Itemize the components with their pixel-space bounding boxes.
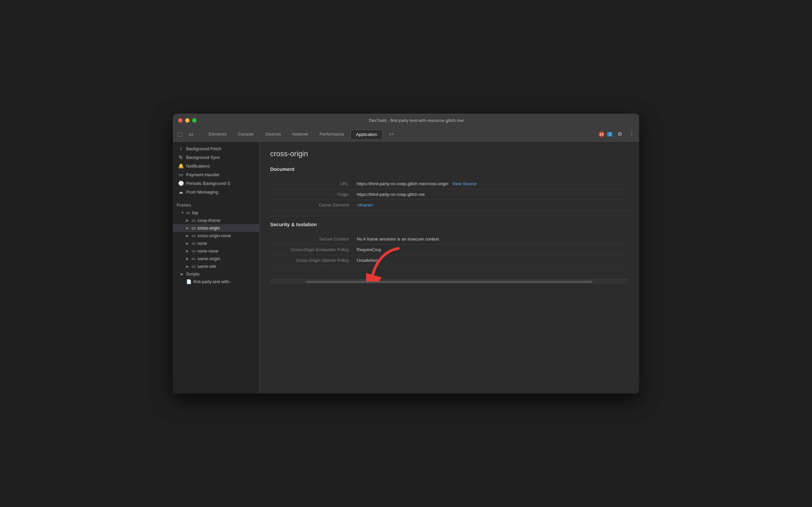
info-row-coop: Cross-Origin Opener Policy UnsafeNone [270, 255, 629, 266]
close-button[interactable] [178, 118, 182, 123]
tab-application[interactable]: Application [350, 129, 383, 139]
frames-top[interactable]: ▼ ▭ top [173, 209, 259, 217]
tab-console[interactable]: Console [232, 129, 259, 138]
tab-network[interactable]: Network [287, 129, 314, 138]
warning-count-badge[interactable]: 2 [607, 132, 613, 136]
scrollbar-thumb[interactable] [306, 281, 593, 283]
coop-label: Cross-Origin Opener Policy [270, 258, 357, 263]
main-content: cross-origin Document URL https://third-… [259, 142, 639, 393]
view-source-link[interactable]: View Source [452, 181, 477, 186]
frame-coop-iframe[interactable]: ▶ ▭ coop-iframe [173, 217, 259, 224]
section-divider [270, 216, 629, 216]
error-count-badge[interactable]: 13 [598, 131, 604, 137]
toolbar-icons-group: ⬚ ▭ [176, 129, 200, 139]
origin-text: https://third-party-no-coep.glitch.me [357, 192, 425, 197]
title-bar: DevTools - first-party-test-with-resourc… [173, 114, 639, 127]
frame-folder-icon: ▭ [191, 241, 195, 246]
tab-elements[interactable]: Elements [203, 129, 232, 138]
sidebar-label-periodic-background: Periodic Background S [186, 181, 230, 186]
frame-folder-icon: ▭ [186, 210, 190, 215]
chevron-right-icon: ▶ [186, 241, 189, 245]
origin-value: https://third-party-no-coep.glitch.me [357, 192, 425, 197]
chevron-right-icon: ▶ [186, 249, 189, 253]
sidebar-label-background-sync: Background Sync [186, 155, 220, 160]
devtools-window: DevTools - first-party-test-with-resourc… [173, 114, 639, 393]
sidebar-label-notifications: Notifications [186, 164, 210, 169]
device-icon[interactable]: ▭ [186, 129, 195, 139]
frame-cross-origin-label: cross-origin [197, 226, 220, 230]
frame-folder-icon: ▭ [191, 256, 195, 261]
more-options-icon[interactable]: ⋮ [627, 129, 636, 139]
scripts-label: Scripts [186, 272, 199, 277]
sidebar: ↕ Background Fetch ↻ Background Sync 🔔 N… [173, 142, 259, 393]
chevron-right-icon: ▶ [186, 257, 189, 261]
secure-context-label: Secure Context [270, 236, 357, 241]
frames-section-header: Frames [173, 200, 259, 209]
frame-folder-icon: ▭ [191, 264, 195, 269]
payment-handler-icon: ▭ [178, 172, 183, 177]
sidebar-item-push-messaging[interactable]: ☁ Push Messaging [173, 187, 259, 196]
sidebar-item-background-sync[interactable]: ↻ Background Sync [173, 153, 259, 162]
minimize-button[interactable] [185, 118, 189, 123]
chevron-right-icon: ▶ [186, 234, 189, 237]
cursor-icon[interactable]: ⬚ [176, 129, 185, 139]
frame-none-none-label: none-none [197, 248, 218, 253]
tab-more[interactable]: >> [383, 129, 399, 138]
chevron-right-icon: ▶ [186, 219, 189, 222]
owner-element-link[interactable]: <iframe> [357, 203, 374, 208]
frame-cross-origin-none[interactable]: ▶ ▭ cross-origin-none [173, 232, 259, 239]
sidebar-label-push-messaging: Push Messaging [186, 189, 218, 194]
origin-label: Origin [270, 192, 357, 197]
sidebar-item-notifications[interactable]: 🔔 Notifications [173, 162, 259, 170]
url-label: URL [270, 181, 357, 186]
maximize-button[interactable] [192, 118, 196, 123]
script-file[interactable]: 📄 first-party-test-with- [173, 278, 259, 285]
secure-context-value: No A frame ancestor is an insecure conte… [357, 236, 439, 241]
security-section-title: Security & Isolation [270, 222, 629, 227]
notifications-icon: 🔔 [178, 163, 183, 169]
chevron-right-icon: ▶ [186, 226, 189, 230]
info-row-coep: Cross-Origin Embedder Policy RequireCorp [270, 244, 629, 255]
coep-value: RequireCorp [357, 247, 381, 252]
chevron-right-icon: ▶ [186, 265, 189, 268]
scripts-section[interactable]: ▶ Scripts [173, 270, 259, 278]
push-messaging-icon: ☁ [178, 189, 183, 194]
info-row-secure-context: Secure Context No A frame ancestor is an… [270, 234, 629, 244]
frame-folder-icon: ▭ [191, 218, 195, 223]
chevron-right-icon: ▶ [181, 272, 184, 276]
horizontal-scrollbar[interactable] [270, 279, 629, 284]
sidebar-label-background-fetch: Background Fetch [186, 146, 222, 151]
frame-folder-icon: ▭ [191, 233, 195, 238]
sidebar-item-background-fetch[interactable]: ↕ Background Fetch [173, 144, 259, 153]
info-row-url: URL https://third-party-no-coep.glitch.m… [270, 178, 629, 189]
frame-none-none[interactable]: ▶ ▭ none-none [173, 247, 259, 255]
url-text: https://third-party-no-coep.glitch.me/cr… [357, 181, 448, 186]
frame-same-origin[interactable]: ▶ ▭ same-origin [173, 255, 259, 263]
toolbar-right: 13 2 ⚙ ⋮ [598, 129, 636, 139]
coop-value: UnsafeNone [357, 258, 381, 263]
settings-icon[interactable]: ⚙ [615, 129, 625, 139]
tab-performance[interactable]: Performance [314, 129, 349, 138]
background-fetch-icon: ↕ [178, 146, 183, 151]
frame-folder-icon: ▭ [191, 248, 195, 253]
frame-same-site-label: same-site [197, 264, 216, 269]
info-row-origin: Origin https://third-party-no-coep.glitc… [270, 189, 629, 200]
frame-same-origin-label: same-origin [197, 256, 220, 261]
page-title: cross-origin [270, 150, 629, 158]
content-area: ↕ Background Fetch ↻ Background Sync 🔔 N… [173, 142, 639, 393]
background-sync-icon: ↻ [178, 155, 183, 160]
sidebar-item-periodic-background[interactable]: 🕐 Periodic Background S [173, 179, 259, 187]
owner-label: Owner Element [270, 203, 357, 208]
frame-none-label: none [197, 241, 207, 246]
frame-cross-origin[interactable]: ▶ ▭ cross-origin [173, 224, 259, 232]
frame-none[interactable]: ▶ ▭ none [173, 239, 259, 247]
coep-label: Cross-Origin Embedder Policy [270, 247, 357, 252]
owner-value: <iframe> [357, 203, 374, 208]
url-value: https://third-party-no-coep.glitch.me/cr… [357, 181, 477, 186]
frame-folder-icon: ▭ [191, 226, 195, 230]
devtools-toolbar: ⬚ ▭ Elements Console Sources Network Per… [173, 127, 639, 142]
frame-same-site[interactable]: ▶ ▭ same-site [173, 263, 259, 270]
sidebar-item-payment-handler[interactable]: ▭ Payment Handler [173, 170, 259, 179]
window-title: DevTools - first-party-test-with-resourc… [199, 118, 634, 123]
tab-sources[interactable]: Sources [260, 129, 286, 138]
